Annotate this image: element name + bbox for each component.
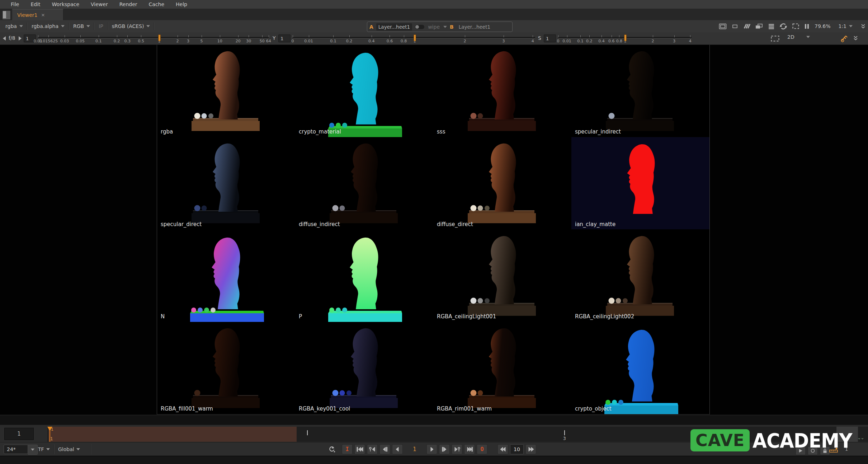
a-buffer-dropdown[interactable]: Layer...heet1 <box>376 23 412 31</box>
gain-slider[interactable]: 0.010.0156250.030.050.10.20.30.512351020… <box>38 32 269 44</box>
view-mode-dropdown[interactable]: 2D <box>784 34 813 40</box>
menu-workspace[interactable]: Workspace <box>46 0 85 9</box>
toolbar-expand-icon[interactable] <box>860 23 866 29</box>
roi-icon[interactable] <box>792 23 799 29</box>
step-back-button[interactable] <box>379 444 390 454</box>
slider-tick-label: 4 <box>532 39 534 43</box>
fps-dropdown-icon[interactable] <box>28 445 38 455</box>
loop-mode-button[interactable] <box>328 446 340 453</box>
tile-N: N <box>157 230 295 322</box>
tab-bar: Viewer1 × <box>0 9 868 20</box>
gamma-slider[interactable]: 00.010.10.20.40.60.81234 <box>293 32 535 44</box>
frame-increment-field[interactable]: 10 <box>510 444 524 454</box>
format-region-icon[interactable] <box>731 23 739 29</box>
play-forward-button[interactable] <box>426 444 437 454</box>
range-scope-dropdown[interactable]: Global <box>58 445 80 454</box>
alpha-channel-dropdown[interactable]: rgba.alpha <box>28 23 68 29</box>
fps-value[interactable]: 24* <box>4 445 28 454</box>
saturation-input[interactable]: 1 <box>544 34 556 42</box>
timeline-mode-dropdown[interactable]: TF <box>38 445 50 454</box>
input-process-toggle[interactable]: IP <box>95 23 107 29</box>
goto-start-button[interactable] <box>354 444 365 454</box>
slider-row-expand-icon[interactable] <box>853 35 858 41</box>
slider-tick-label: 64 <box>266 39 271 43</box>
scanlines-icon[interactable] <box>768 23 775 29</box>
viewer-process-dropdown[interactable]: sRGB (ACES) <box>109 23 154 29</box>
wipe-overlay-icon[interactable] <box>755 23 763 29</box>
wipe-toggle-knob <box>415 25 419 29</box>
wipe-mode-dropdown[interactable]: wipe <box>427 24 440 30</box>
frame-marker-icon[interactable] <box>840 34 848 42</box>
pixel-ratio-dropdown[interactable]: 1:1 <box>835 23 856 29</box>
saturation-slider[interactable]: 00.010.10.20.40.60.81234 <box>558 32 692 44</box>
slider-tick-label: 3 <box>673 39 675 43</box>
gain-prev-icon[interactable] <box>3 36 6 41</box>
gain-stop-label[interactable]: f/8 <box>9 35 15 41</box>
tile-sss: sss <box>433 45 571 137</box>
slider-tick <box>202 35 202 37</box>
goto-end-button[interactable] <box>464 444 475 454</box>
slider-marker[interactable] <box>414 34 416 41</box>
image-info-bar: 3072x2048 bbox: 0 0 3072 2048 channels: … <box>0 415 868 425</box>
slider-tick-label: 0.05 <box>76 39 85 43</box>
slider-track[interactable] <box>38 37 269 38</box>
tab-close-icon[interactable]: × <box>41 12 45 18</box>
slider-tick <box>602 35 602 37</box>
channels-dropdown[interactable]: rgba <box>2 23 26 29</box>
tile-label: N <box>161 313 165 320</box>
gain-next-icon[interactable] <box>19 36 22 41</box>
out-point-button[interactable]: O <box>477 444 487 454</box>
prev-keyframe-button[interactable] <box>367 444 378 454</box>
tile-specular_direct: specular_direct <box>157 137 295 229</box>
play-backward-button[interactable] <box>392 444 403 454</box>
fps-combo[interactable]: 24* <box>4 445 38 455</box>
head-silhouette <box>351 144 378 212</box>
tile-render <box>295 322 433 414</box>
in-point-button[interactable]: I <box>342 444 353 454</box>
slider-tick-label: 0 <box>292 39 294 43</box>
menu-render[interactable]: Render <box>114 0 143 9</box>
head-silhouette <box>350 238 378 309</box>
slider-marker[interactable] <box>158 34 161 41</box>
next-keyframe-button[interactable] <box>452 444 462 454</box>
checker-background-icon[interactable] <box>743 23 750 29</box>
tile-render <box>157 137 295 229</box>
timeline-frame-field[interactable]: 1 <box>4 428 34 440</box>
roi-select-icon[interactable] <box>770 35 780 42</box>
slider-tick <box>141 35 141 37</box>
tile-label: crypto_object <box>575 406 612 412</box>
slider-tick-label: 0.6 <box>608 39 615 43</box>
tile-crypto_material: crypto_material <box>295 45 433 137</box>
slider-tick <box>465 35 465 37</box>
menu-edit[interactable]: Edit <box>25 0 46 9</box>
zoom-percent[interactable]: 79.6% <box>815 23 830 29</box>
pane-layout-icon[interactable] <box>2 10 11 20</box>
display-mode-dropdown[interactable]: RGB <box>70 23 93 29</box>
step-forward-button[interactable] <box>439 444 450 454</box>
jump-back-button[interactable] <box>497 444 508 454</box>
gamma-input[interactable]: 1 <box>278 34 291 42</box>
refresh-icon[interactable] <box>779 23 787 30</box>
separator <box>90 444 91 454</box>
wipe-toggle[interactable] <box>415 25 424 29</box>
transport-controls: I1O10 <box>328 444 536 454</box>
tile-RGBA_fill001_warm: RGBA_fill001_warm <box>157 322 295 414</box>
menu-help[interactable]: Help <box>170 0 193 9</box>
playhead-frame-bottom: 1 <box>50 436 53 441</box>
slider-marker[interactable] <box>624 34 627 41</box>
viewer-canvas[interactable]: rgbacrypto_materialsssspecular_indirects… <box>0 44 868 415</box>
gate-display-icon[interactable] <box>719 23 727 29</box>
slider-tick-label: 4 <box>689 39 692 43</box>
menu-file[interactable]: File <box>5 0 25 9</box>
menu-cache[interactable]: Cache <box>143 0 170 9</box>
pause-updates-icon[interactable] <box>804 23 810 29</box>
tab-viewer1[interactable]: Viewer1 × <box>12 9 63 20</box>
timeline-tick-3 <box>564 430 565 435</box>
jump-forward-button[interactable] <box>525 444 536 454</box>
menu-viewer[interactable]: Viewer <box>85 0 114 9</box>
current-frame: 1 <box>405 446 425 453</box>
contact-sheet-image: rgbacrypto_materialsssspecular_indirects… <box>157 45 710 414</box>
tile-RGBA_ceilingLight001: RGBA_ceilingLight001 <box>433 230 571 322</box>
b-buffer-dropdown[interactable]: Layer...heet1 <box>457 23 492 31</box>
tile-label: crypto_material <box>299 128 341 135</box>
